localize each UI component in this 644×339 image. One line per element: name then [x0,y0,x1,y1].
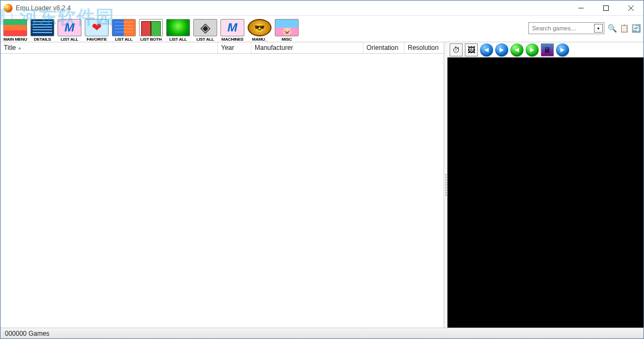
minimize-icon [578,5,584,11]
arrow-left-icon: ◄ [483,46,490,54]
toolbar-favorite-button[interactable]: FAVORITE [83,16,110,42]
list-both-icon [139,19,163,36]
toolbar-list-all-3-button[interactable]: LIST ALL [165,16,192,42]
app-icon [4,4,12,12]
toolbar-details-button[interactable]: DETAILS [29,16,56,42]
column-header-row: Title ▲ Year Manufacturer Orientation Re… [1,42,444,54]
toolbar-main-menu-button[interactable]: MAIN MENU [2,16,29,42]
preview-timer-button[interactable]: ⏱ [450,43,463,56]
misc-icon [275,19,299,36]
splitter-grip-icon [445,174,447,196]
window-titlebar: Emu Loader v8.2.4 [1,1,643,16]
column-header-title[interactable]: Title ▲ [1,42,218,53]
favorite-icon [85,19,109,36]
maximize-icon [603,5,609,11]
column-header-year[interactable]: Year [218,42,251,53]
window-title: Emu Loader v8.2.4 [16,4,71,12]
list-all-icon [193,19,217,36]
preview-toolbar: ⏱ 🖼 ◄ ► ◄ ► 🖥 ► [447,42,643,57]
window-close-button[interactable] [618,1,643,16]
window-minimize-button[interactable] [569,1,594,16]
refresh-icon: 🔄 [632,24,641,33]
preview-pane: ⏱ 🖼 ◄ ► ◄ ► 🖥 ► [447,42,643,328]
toolbar-list-all-4-button[interactable]: LIST ALL [192,16,219,42]
refresh-button[interactable]: 🔄 [632,24,640,33]
chevron-down-icon: ▾ [597,26,599,31]
column-header-manufacturer[interactable]: Manufacturer [251,42,363,53]
sort-asc-icon: ▲ [17,46,22,50]
search-go-button[interactable]: 🔍 [608,24,616,33]
toolbar-list-both-button[interactable]: LIST BOTH [137,16,165,42]
toolbar-list-all-1-button[interactable]: LIST ALL [56,16,83,42]
close-icon [628,5,634,11]
main-menu-icon [3,19,27,36]
toolbar-right-group: ▾ 🔍 📋 🔄 [528,22,640,34]
games-list-body[interactable] [1,54,444,328]
search-input[interactable] [528,22,604,34]
window-maximize-button[interactable] [594,1,618,16]
preview-screenshot-button[interactable]: 🖥 [541,43,554,56]
arrow-right-icon: ► [498,46,506,54]
arrow-left-icon: ◄ [514,46,521,54]
toolbar-misc-button[interactable]: MISC [273,16,300,42]
main-toolbar: MAIN MENU DETAILS LIST ALL FAVORITE LIST… [1,16,643,42]
options-button[interactable]: 📋 [620,24,628,33]
column-header-orientation[interactable]: Orientation [363,42,405,53]
monitor-icon: 🖥 [544,46,551,54]
column-header-resolution[interactable]: Resolution [405,42,444,53]
preview-images-button[interactable]: 🖼 [465,43,478,56]
list-all-icon [166,19,190,36]
preview-prev-green-button[interactable]: ◄ [510,43,523,56]
mamu-icon [248,19,272,36]
preview-play-button[interactable]: ► [556,43,569,56]
clipboard-icon: 📋 [620,24,629,33]
toolbar-mamu-button[interactable]: MAMU_ [246,16,273,42]
status-bar: 000000 Games [1,328,643,338]
preview-prev-blue-button[interactable]: ◄ [480,43,493,56]
toolbar-list-all-2-button[interactable]: LIST ALL [110,16,137,42]
toolbar-machines-button[interactable]: MACHINES [219,16,246,42]
preview-display[interactable] [447,57,643,328]
svg-rect-1 [604,5,609,10]
list-all-icon [112,19,136,36]
games-list-pane: Title ▲ Year Manufacturer Orientation Re… [1,42,444,328]
magnifier-icon: 🔍 [608,24,617,33]
content-area: Title ▲ Year Manufacturer Orientation Re… [1,42,643,328]
search-dropdown-button[interactable]: ▾ [594,24,603,33]
preview-next-green-button[interactable]: ► [526,43,539,56]
clock-icon: ⏱ [452,46,460,54]
preview-next-blue-button[interactable]: ► [495,43,508,56]
arrow-right-icon: ► [529,46,536,54]
machines-icon [220,19,244,36]
play-icon: ► [559,46,566,54]
images-icon: 🖼 [468,46,475,54]
list-all-icon [58,19,81,36]
status-text: 000000 Games [5,330,49,337]
details-icon [30,19,54,36]
